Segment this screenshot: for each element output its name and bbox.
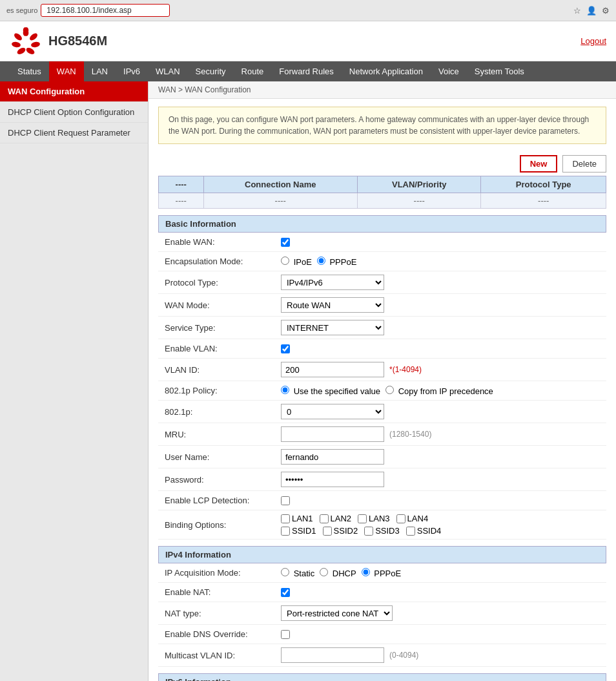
nav-forward[interactable]: Forward Rules: [271, 61, 342, 81]
vlan-id-input[interactable]: [281, 362, 384, 377]
lan2-checkbox[interactable]: [320, 514, 329, 523]
connection-table: ---- Connection Name VLAN/Priority Proto…: [158, 176, 606, 209]
header: HUAWEI HG8546M Logout: [0, 21, 616, 61]
protocol-type-select[interactable]: IPv4/IPv6IPv4IPv6: [281, 275, 384, 290]
ipv4-multicast-control: (0-4094): [281, 647, 600, 663]
url-bar[interactable]: 192.168.100.1/index.asp: [41, 4, 170, 17]
sidebar-dhcp-request[interactable]: DHCP Client Request Parameter: [0, 123, 148, 143]
delete-button[interactable]: Delete: [562, 155, 606, 173]
ssid1-binding[interactable]: SSID1: [281, 526, 316, 536]
username-row: User Name:: [158, 446, 606, 468]
nav-lan[interactable]: LAN: [84, 61, 116, 81]
password-control: [281, 472, 600, 487]
nav-wlan[interactable]: WLAN: [148, 61, 188, 81]
lan1-checkbox[interactable]: [281, 514, 290, 523]
wan-mode-select[interactable]: Route WANBridge WAN: [281, 297, 384, 313]
ssid4-checkbox[interactable]: [406, 527, 415, 536]
lan4-checkbox[interactable]: [396, 514, 406, 523]
8021p-row: 802.1p: 0123 4567: [158, 401, 606, 423]
protocol-type-control: IPv4/IPv6IPv4IPv6: [281, 275, 600, 290]
specified-radio[interactable]: [281, 386, 289, 394]
sidebar-wan-config[interactable]: WAN Configuration: [0, 81, 148, 102]
enable-wan-row: Enable WAN:: [158, 233, 606, 252]
ssid4-binding[interactable]: SSID4: [406, 526, 442, 536]
lcp-checkbox[interactable]: [281, 496, 290, 505]
logout-button[interactable]: Logout: [580, 36, 606, 46]
nav-route[interactable]: Route: [234, 61, 272, 81]
enable-wan-checkbox[interactable]: [281, 238, 290, 247]
row-placeholder-4: ----: [481, 193, 606, 209]
binding-ssid-row: SSID1 SSID2 SSID3 SSID4: [281, 526, 441, 536]
ipv4-pppoe-option[interactable]: PPPoE: [362, 568, 402, 578]
huawei-logo-icon: HUAWEI: [10, 26, 42, 56]
ipv4-static-radio[interactable]: [281, 568, 289, 576]
svg-point-6: [16, 47, 26, 56]
mru-hint: (1280-1540): [389, 430, 431, 439]
svg-point-7: [25, 47, 36, 56]
copy-ip-option[interactable]: Copy from IP precedence: [385, 386, 493, 396]
lan2-binding[interactable]: LAN2: [320, 514, 352, 523]
lan3-binding[interactable]: LAN3: [358, 514, 390, 523]
nav-wan[interactable]: WAN: [49, 61, 84, 81]
nav-status[interactable]: Status: [10, 61, 49, 81]
8021p-select[interactable]: 0123 4567: [281, 404, 384, 419]
mru-control: (1280-1540): [281, 426, 600, 442]
wan-mode-label: WAN Mode:: [165, 300, 281, 310]
enable-vlan-control: [281, 344, 600, 353]
ipv4-acq-label: IP Acquisition Mode:: [165, 568, 281, 578]
ipv4-multicast-input[interactable]: [281, 647, 384, 663]
ssid3-binding[interactable]: SSID3: [364, 526, 400, 536]
ipv4-static-option[interactable]: Static: [281, 568, 314, 578]
ipv4-acq-row: IP Acquisition Mode: Static DHCP PPPoE: [158, 563, 606, 583]
dns-override-checkbox[interactable]: [281, 630, 290, 639]
sidebar: WAN Configuration DHCP Client Option Con…: [0, 81, 149, 681]
enable-vlan-checkbox[interactable]: [281, 344, 290, 353]
nav-systools[interactable]: System Tools: [467, 61, 532, 81]
sidebar-dhcp-option[interactable]: DHCP Client Option Configuration: [0, 102, 148, 123]
mru-row: MRU: (1280-1540): [158, 423, 606, 446]
nat-type-select[interactable]: Port-restricted cone NATFull cone NATSym…: [281, 605, 393, 621]
8021p-label: 802.1p:: [165, 407, 281, 417]
policy-8021p-row: 802.1p Policy: Use the specified value C…: [158, 381, 606, 401]
ipv4-dhcp-option[interactable]: DHCP: [320, 568, 356, 578]
ipv4-pppoe-radio[interactable]: [362, 568, 370, 576]
pppoe-radio[interactable]: [317, 257, 325, 265]
ipoe-option[interactable]: IPoE: [281, 257, 312, 267]
binding-row: Binding Options: LAN1 LAN2 LAN3 LAN4 SSI…: [158, 510, 606, 540]
svg-point-2: [13, 32, 23, 41]
vlan-id-control: *(1-4094): [281, 362, 600, 377]
ssid1-checkbox[interactable]: [281, 527, 290, 536]
ipv4-acq-control: Static DHCP PPPoE: [281, 568, 600, 578]
enable-nat-checkbox[interactable]: [281, 588, 290, 597]
ssid2-checkbox[interactable]: [323, 527, 332, 536]
ssid2-binding[interactable]: SSID2: [323, 526, 358, 536]
browser-icons: ☆ 👤 ⚙: [573, 6, 610, 16]
lan3-checkbox[interactable]: [358, 514, 367, 523]
ssid3-checkbox[interactable]: [364, 527, 373, 536]
nav-voice[interactable]: Voice: [431, 61, 467, 81]
specified-value-option[interactable]: Use the specified value: [281, 386, 380, 396]
enable-nat-control: [281, 588, 600, 597]
pppoe-option[interactable]: PPPoE: [317, 257, 357, 267]
service-type-select[interactable]: INTERNETTR069VOIP: [281, 320, 384, 335]
nat-type-label: NAT type:: [165, 609, 281, 618]
nav-security[interactable]: Security: [188, 61, 234, 81]
enable-wan-label: Enable WAN:: [165, 237, 281, 247]
copy-ip-radio[interactable]: [385, 386, 394, 394]
row-placeholder-2: ----: [203, 193, 358, 209]
ipoe-radio[interactable]: [281, 257, 289, 265]
nav-netapp[interactable]: Network Application: [342, 61, 431, 81]
lan1-binding[interactable]: LAN1: [281, 514, 313, 523]
svg-point-1: [22, 26, 29, 37]
ipv4-dhcp-radio[interactable]: [320, 568, 328, 576]
mru-input[interactable]: [281, 426, 384, 442]
protocol-type-row: Protocol Type: IPv4/IPv6IPv4IPv6: [158, 271, 606, 294]
breadcrumb: WAN > WAN Configuration: [149, 81, 616, 99]
nav-ipv6[interactable]: IPv6: [116, 61, 148, 81]
new-button[interactable]: New: [520, 155, 558, 173]
username-control: [281, 449, 600, 465]
password-input[interactable]: [281, 472, 384, 487]
username-input[interactable]: [281, 449, 384, 465]
lan4-binding[interactable]: LAN4: [396, 514, 429, 523]
nat-type-control: Port-restricted cone NATFull cone NATSym…: [281, 605, 600, 621]
